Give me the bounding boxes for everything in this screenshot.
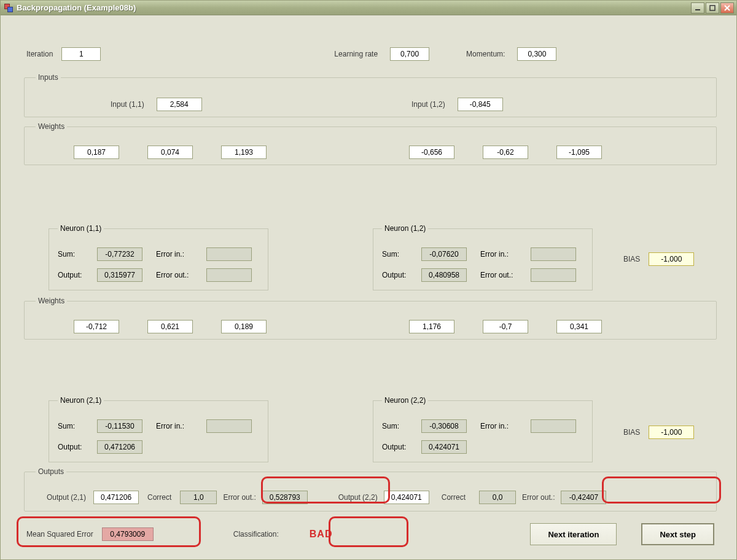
- neuron-2-2: Neuron (2,2) Sum: -0,30608 Error in.: Ou…: [373, 396, 593, 462]
- app-window: Backpropagation (Example08b) Iteration 1…: [0, 0, 737, 560]
- input-1-2-field[interactable]: -0,845: [458, 98, 503, 111]
- neuron-1-1-legend: Neuron (1,1): [58, 224, 104, 233]
- weight2-d[interactable]: 1,176: [409, 320, 454, 333]
- neuron-1-1-errin: [206, 247, 252, 261]
- weight1-e[interactable]: -0,62: [483, 146, 528, 159]
- learning-rate-field[interactable]: 0,700: [390, 47, 429, 61]
- input-1-1-field[interactable]: 2,584: [157, 98, 202, 111]
- app-icon: [4, 4, 13, 12]
- neuron-1-1: Neuron (1,1) Sum: -0,77232 Error in.: Ou…: [49, 224, 268, 290]
- neuron-1-2-out: 0,480958: [421, 268, 467, 282]
- bias-label-2: BIAS: [623, 428, 640, 437]
- correct-2-label: Correct: [442, 493, 466, 502]
- output-2-1-errout: 0,528793: [262, 491, 308, 504]
- output-2-1-value: 0,471206: [93, 491, 139, 504]
- top-row: Iteration 1 Learning rate 0,700 Momentum…: [26, 45, 711, 63]
- weight1-a[interactable]: 0,187: [74, 146, 119, 159]
- weight1-b[interactable]: 0,074: [147, 146, 193, 159]
- output-2-1-correct: 1,0: [180, 491, 217, 504]
- bias-label-1: BIAS: [623, 255, 640, 263]
- outputs-legend: Outputs: [36, 467, 66, 476]
- neuron-1-1-out: 0,315977: [97, 268, 142, 282]
- bias-1: BIAS -1,000: [623, 252, 694, 266]
- close-button[interactable]: [720, 2, 734, 14]
- neuron-2-2-sum: -0,30608: [421, 419, 467, 433]
- weight1-f[interactable]: -1,095: [556, 146, 602, 159]
- window-title: Backpropagation (Example08b): [17, 3, 691, 12]
- momentum-label: Momentum:: [466, 50, 505, 58]
- outputs-group: Outputs Output (2,1) 0,471206 Correct 1,…: [24, 467, 717, 511]
- neuron-1-2: Neuron (1,2) Sum: -0,07620 Error in.: Ou…: [373, 224, 593, 290]
- titlebar[interactable]: Backpropagation (Example08b): [1, 1, 736, 15]
- neuron-2-1-legend: Neuron (2,1): [58, 396, 104, 405]
- errout-label: Error out.:: [156, 271, 206, 279]
- weight2-a[interactable]: -0,712: [74, 320, 119, 333]
- weight1-d[interactable]: -0,656: [409, 146, 454, 159]
- errin-label: Error in.:: [156, 250, 206, 259]
- bias-2: BIAS -1,000: [623, 426, 694, 439]
- neuron-1-2-sum: -0,07620: [421, 247, 467, 261]
- window-controls: [691, 2, 734, 14]
- mse-label: Mean Squared Error: [26, 530, 93, 539]
- weights2-legend: Weights: [36, 297, 67, 305]
- weight1-c[interactable]: 1,193: [221, 146, 267, 159]
- next-iteration-button[interactable]: Next iteration: [530, 523, 617, 545]
- weight2-b[interactable]: 0,621: [147, 320, 193, 333]
- neuron-2-2-errin: [531, 419, 576, 433]
- input-1-1-label: Input (1,1): [111, 100, 144, 109]
- errout-1-label: Error out.:: [223, 493, 255, 502]
- inputs-legend: Inputs: [36, 73, 61, 82]
- neuron-1-2-errout: [531, 268, 576, 282]
- bias-2-value[interactable]: -1,000: [649, 426, 694, 439]
- output-2-2-errout: -0,42407: [561, 491, 606, 504]
- neuron-2-2-out: 0,424071: [421, 440, 467, 454]
- client-area: Iteration 1 Learning rate 0,700 Momentum…: [3, 18, 734, 557]
- sum-label: Sum:: [58, 250, 97, 259]
- bias-1-value[interactable]: -1,000: [649, 252, 694, 266]
- weight2-c[interactable]: 0,189: [221, 320, 267, 333]
- errout-2-label: Error out.:: [522, 493, 555, 502]
- output-2-1-label: Output (2,1): [47, 493, 86, 502]
- neuron-2-1-sum: -0,11530: [97, 419, 142, 433]
- weight2-e[interactable]: -0,7: [483, 320, 528, 333]
- mse-value: 0,4793009: [102, 527, 154, 541]
- output-2-2-value: 0,424071: [384, 491, 429, 504]
- output-2-2-label: Output (2,2): [338, 493, 378, 502]
- iteration-label: Iteration: [26, 50, 53, 58]
- neuron-2-1-out: 0,471206: [97, 440, 142, 454]
- classification-value: BAD: [310, 529, 333, 540]
- neuron-1-2-legend: Neuron (1,2): [382, 224, 428, 233]
- weights1-legend: Weights: [36, 122, 67, 131]
- neuron-2-2-legend: Neuron (2,2): [382, 396, 428, 405]
- iteration-field[interactable]: 1: [61, 47, 101, 61]
- svg-rect-1: [710, 6, 715, 10]
- classification-label: Classification:: [233, 530, 279, 539]
- out-label: Output:: [58, 271, 97, 279]
- weight2-f[interactable]: 0,341: [556, 320, 602, 333]
- inputs-group: Inputs Input (1,1) 2,584 Input (1,2) -0,…: [24, 73, 717, 117]
- neuron-1-2-errin: [531, 247, 576, 261]
- neuron-2-1: Neuron (2,1) Sum: -0,11530 Error in.: Ou…: [49, 396, 268, 462]
- bottom-row: Mean Squared Error 0,4793009 Classificat…: [26, 520, 714, 548]
- neuron-1-1-errout: [206, 268, 252, 282]
- neuron-2-1-errin: [206, 419, 252, 433]
- output-2-2-correct: 0,0: [479, 491, 516, 504]
- maximize-button[interactable]: [706, 2, 719, 14]
- next-step-button[interactable]: Next step: [641, 523, 714, 545]
- minimize-button[interactable]: [691, 2, 704, 14]
- correct-1-label: Correct: [147, 493, 171, 502]
- neuron-1-1-sum: -0,77232: [97, 247, 142, 261]
- momentum-field[interactable]: 0,300: [517, 47, 556, 61]
- weights-layer1-group: Weights 0,187 0,074 1,193 -0,656 -0,62 -…: [24, 122, 717, 165]
- input-1-2-label: Input (1,2): [411, 100, 445, 109]
- weights-layer2-group: Weights -0,712 0,621 0,189 1,176 -0,7 0,…: [24, 297, 717, 340]
- learning-rate-label: Learning rate: [334, 50, 378, 58]
